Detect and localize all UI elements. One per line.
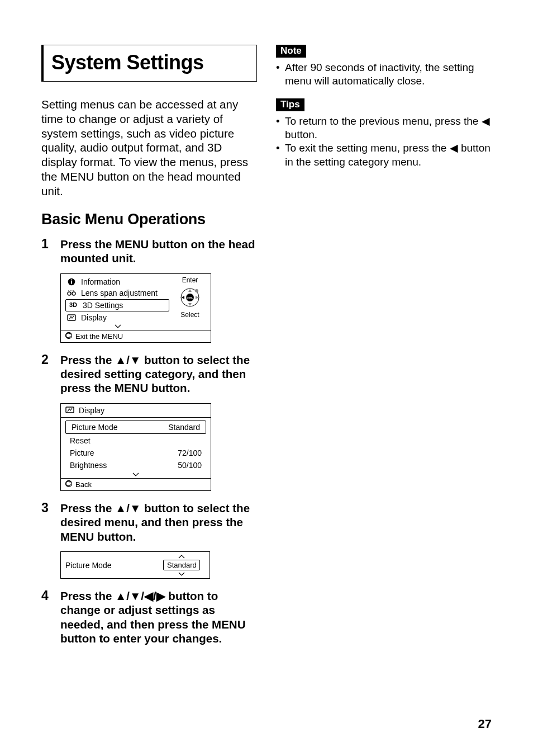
arrow-up-down-icon: ▲/▼ xyxy=(115,353,141,366)
row-label: Brightness xyxy=(70,461,107,470)
arrow-up-down-icon: ▲/▼ xyxy=(115,502,141,514)
note-bullet: • After 90 seconds of inactivity, the se… xyxy=(276,61,492,88)
menu-items: Information Lens span adjustment 3D 3D S… xyxy=(61,274,172,330)
subheading: Basic Menu Operations xyxy=(41,211,257,228)
dpad-icon: MENU xyxy=(179,286,201,309)
step-list-cont2: 3 Press the ▲/▼ button to select the des… xyxy=(41,501,257,544)
display-icon xyxy=(65,406,74,415)
enter-label: Enter xyxy=(182,276,198,284)
chevron-down-icon xyxy=(64,323,172,330)
svg-marker-11 xyxy=(188,303,192,306)
back-icon xyxy=(65,480,72,489)
svg-point-3 xyxy=(68,292,71,295)
menu-item-label: 3D Settings xyxy=(83,301,123,309)
menu-item-lens: Lens span adjustment xyxy=(64,287,172,299)
page-title: System Settings xyxy=(51,51,250,74)
step-text: Press the MENU button on the head mounte… xyxy=(60,237,257,266)
svg-point-14 xyxy=(195,289,198,292)
bullet-icon: • xyxy=(276,61,283,88)
bullet-icon: • xyxy=(276,141,283,169)
figure-display-submenu: Display Picture Mode Standard Reset Pict… xyxy=(60,403,257,491)
menu-screenshot: Information Lens span adjustment 3D 3D S… xyxy=(60,273,211,343)
step-text: Press the ▲/▼/◀/▶ button to change or ad… xyxy=(60,589,257,646)
tip-bullet: • To return to the previous menu, press … xyxy=(276,115,492,142)
menu-body: Picture Mode Standard Reset Picture 72/1… xyxy=(61,418,211,479)
tip-text: To exit the setting menu, press the ◀ bu… xyxy=(285,141,492,169)
step-number: 1 xyxy=(41,237,54,266)
figure-picture-mode-adjust: Picture Mode Standard xyxy=(60,551,257,579)
row-label: Picture Mode xyxy=(65,561,154,570)
arrow-left-icon: ◀ xyxy=(482,115,490,127)
menu-header: Display xyxy=(61,404,211,418)
tip-bullet: • To exit the setting menu, press the ◀ … xyxy=(276,141,492,169)
menu-row-picture-mode-selected: Picture Mode Standard xyxy=(65,420,206,434)
step-number: 4 xyxy=(41,589,54,646)
menu-item-information: Information xyxy=(64,276,172,287)
row-value: Standard xyxy=(168,423,200,432)
step-4: 4 Press the ▲/▼/◀/▶ button to change or … xyxy=(41,589,257,646)
row-value: Standard xyxy=(163,560,200,570)
note-text: After 90 seconds of inactivity, the sett… xyxy=(285,61,492,88)
row-label: Reset xyxy=(70,436,91,445)
svg-point-2 xyxy=(71,279,72,280)
right-column: Note • After 90 seconds of inactivity, t… xyxy=(276,45,492,756)
step-2: 2 Press the ▲/▼ button to select the des… xyxy=(41,353,257,395)
svg-marker-12 xyxy=(182,296,184,299)
figure-menu-categories: Information Lens span adjustment 3D 3D S… xyxy=(60,273,257,343)
menu-row-brightness: Brightness 50/100 xyxy=(64,459,207,471)
step-list-cont: 2 Press the ▲/▼ button to select the des… xyxy=(41,353,257,395)
step-list-cont3: 4 Press the ▲/▼/◀/▶ button to change or … xyxy=(41,589,257,646)
row-value: 72/100 xyxy=(178,448,202,457)
back-icon xyxy=(65,332,72,341)
note-list: • After 90 seconds of inactivity, the se… xyxy=(276,61,492,88)
row-label: Picture xyxy=(70,448,94,457)
menu-footer: Exit the MENU xyxy=(61,330,211,342)
title-box: System Settings xyxy=(41,45,257,82)
menu-body: Information Lens span adjustment 3D 3D S… xyxy=(61,274,211,330)
chevron-down-icon xyxy=(64,471,207,478)
svg-marker-13 xyxy=(196,296,198,299)
chevron-down-icon xyxy=(178,570,185,577)
left-column: System Settings Setting menus can be acc… xyxy=(41,45,257,756)
svg-marker-19 xyxy=(69,481,71,483)
tips-list: • To return to the previous menu, press … xyxy=(276,115,492,169)
menu-screenshot: Picture Mode Standard xyxy=(60,551,210,579)
lens-icon xyxy=(66,290,77,296)
value-stepper: Standard xyxy=(158,553,205,577)
info-icon xyxy=(66,278,77,286)
arrow-left-icon: ◀ xyxy=(450,142,458,154)
menu-item-label: Lens span adjustment xyxy=(81,289,158,297)
page-number: 27 xyxy=(478,717,492,731)
menu-item-display: Display xyxy=(64,312,172,323)
step-text: Press the ▲/▼ button to select the desir… xyxy=(60,353,257,395)
page: System Settings Setting menus can be acc… xyxy=(0,0,533,756)
row-label: Picture Mode xyxy=(72,423,117,432)
svg-text:MENU: MENU xyxy=(187,296,193,299)
menu-item-3d-selected: 3D 3D Settings xyxy=(65,299,169,311)
tips-tag: Tips xyxy=(276,98,304,111)
step-3: 3 Press the ▲/▼ button to select the des… xyxy=(41,501,257,544)
chevron-up-icon xyxy=(178,553,185,560)
step-number: 3 xyxy=(41,501,54,544)
select-label: Select xyxy=(180,311,199,319)
arrow-all-icon: ▲/▼/◀/▶ xyxy=(115,589,165,602)
footer-text: Back xyxy=(75,480,92,489)
footer-text: Exit the MENU xyxy=(75,332,123,341)
svg-marker-10 xyxy=(188,289,192,292)
step-text: Press the ▲/▼ button to select the desir… xyxy=(60,501,257,544)
step-list: 1 Press the MENU button on the head moun… xyxy=(41,237,257,266)
svg-rect-1 xyxy=(71,281,72,284)
svg-marker-16 xyxy=(69,333,71,335)
bullet-icon: • xyxy=(276,115,283,142)
menu-header-text: Display xyxy=(79,406,104,415)
note-tag: Note xyxy=(276,45,306,58)
menu-footer: Back xyxy=(61,479,211,490)
svg-point-4 xyxy=(72,292,75,295)
menu-row-picture: Picture 72/100 xyxy=(64,447,207,459)
menu-item-label: Information xyxy=(81,278,120,286)
row-value: 50/100 xyxy=(178,461,202,470)
menu-screenshot: Display Picture Mode Standard Reset Pict… xyxy=(60,403,211,491)
threed-icon: 3D xyxy=(68,302,78,308)
menu-right-panel: Enter MENU Select xyxy=(172,274,211,330)
step-number: 2 xyxy=(41,353,54,395)
